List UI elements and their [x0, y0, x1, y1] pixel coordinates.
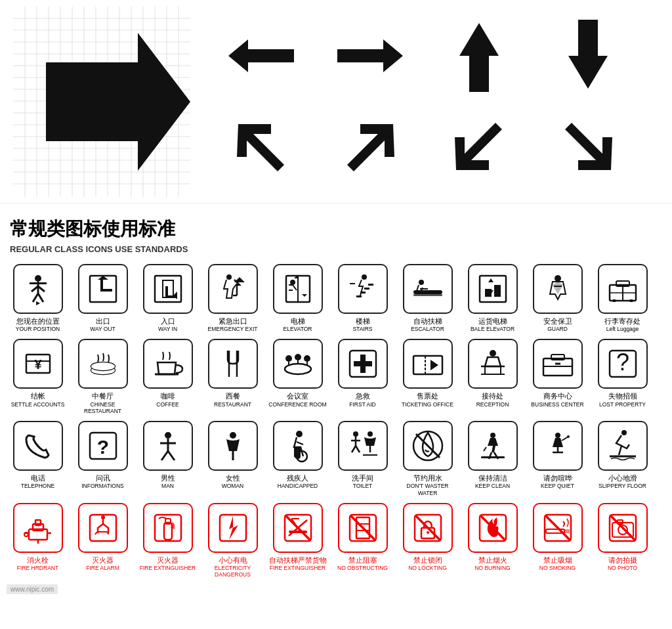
- icon-box-way-out: [78, 264, 128, 314]
- svg-rect-82: [612, 299, 616, 302]
- svg-point-58: [290, 280, 295, 285]
- icon-row-1: ▶ 您现在的位置 YOUR POSITION 出口 WAY OUT 入口: [0, 261, 672, 336]
- icon-restaurant: 西餐 RESTAURANT: [201, 339, 264, 414]
- svg-point-61: [362, 274, 367, 280]
- svg-point-38: [35, 275, 41, 282]
- watermark: www.nipic.com: [7, 584, 58, 594]
- icon-lost-property: ? 失物招领 LOST PROPERTY: [591, 339, 654, 414]
- icon-row-4: 消火栓 FIRE HRDRANT 灭火器 FIRE ALARM: [0, 500, 672, 582]
- icon-box-settle-accounts: ¥: [13, 339, 63, 389]
- svg-marker-29: [46, 33, 190, 171]
- icon-chinese-restaurant: 中餐厅 CHINESE RESTAURANT: [72, 339, 134, 414]
- svg-text:▶: ▶: [36, 300, 41, 306]
- icon-no-locking: 禁止锁闭 NO LOCKTING: [396, 503, 459, 578]
- svg-marker-60: [302, 294, 307, 297]
- icon-box-fire-extinguisher: [143, 503, 193, 553]
- icon-box-no-photo: [598, 503, 648, 553]
- icon-left-luggage: 行李寄存处 Left Luggage: [591, 264, 654, 332]
- top-section: [0, 0, 672, 204]
- icon-box-conference-room: [273, 339, 323, 389]
- icon-fire-extinguisher: 灭火器 FIRE EXTINGUISHER: [136, 503, 199, 578]
- svg-point-127: [296, 431, 303, 437]
- icon-guard: 安全保卫 GUARD: [526, 264, 589, 332]
- icon-box-no-goods-escalator: [273, 503, 323, 553]
- svg-rect-65: [356, 295, 362, 297]
- icon-box-restaurant: [208, 339, 258, 389]
- svg-point-130: [353, 431, 358, 437]
- svg-point-176: [427, 531, 429, 534]
- svg-rect-71: [480, 276, 506, 302]
- svg-point-146: [567, 435, 570, 438]
- icon-handicapped: 残疾人 HANDICAPPED: [266, 421, 329, 496]
- icon-box-informations: ?: [78, 421, 128, 471]
- svg-marker-162: [229, 516, 238, 540]
- icon-box-toilet: [338, 421, 388, 471]
- svg-point-125: [230, 432, 236, 439]
- icon-no-smoking: 禁止吸烟 NO SMOKING: [526, 503, 589, 578]
- icon-box-emergency-exit: [208, 264, 258, 314]
- icon-coffee: 咖啡 COFFEE: [136, 339, 199, 414]
- heading-en: REGULAR CLASS ICONS USE STANDARDS: [10, 244, 662, 254]
- icon-box-stairs: [338, 264, 388, 314]
- svg-point-90: [91, 362, 115, 370]
- svg-point-154: [24, 532, 28, 536]
- icon-box-electricity-dangerous: [208, 503, 258, 553]
- icon-box-dont-waste-water: [403, 421, 453, 471]
- icon-electricity-dangerous: 小心有电 ELECTRICITY DANGEROUS: [201, 503, 264, 578]
- icon-box-telephone: [13, 421, 63, 471]
- svg-rect-151: [35, 520, 41, 525]
- icon-box-keep-clean: [468, 421, 518, 471]
- icon-ticketing-office: 售票处 TICKETING OFFICE: [396, 339, 459, 414]
- icon-no-obstructing: 禁止阻塞 NO OBSTRUCTING: [331, 503, 394, 578]
- icon-box-guard: [533, 264, 583, 314]
- icon-telephone: 电话 TELEPHONE: [7, 421, 69, 496]
- svg-rect-141: [481, 456, 505, 458]
- svg-point-140: [490, 433, 495, 438]
- svg-line-133: [352, 446, 356, 452]
- icon-box-fire-alarm: [78, 503, 128, 553]
- svg-point-98: [304, 355, 310, 362]
- svg-rect-159: [164, 523, 172, 540]
- arrows-grid: [190, 7, 659, 196]
- icon-man: 男性 MAN: [136, 421, 199, 496]
- icon-box-first-aid: [338, 339, 388, 389]
- svg-text:?: ?: [96, 436, 108, 458]
- icon-box-lost-property: ?: [598, 339, 648, 389]
- svg-point-107: [490, 350, 496, 357]
- svg-point-96: [285, 355, 292, 362]
- icon-box-chinese-restaurant: [78, 339, 128, 389]
- icon-box-business-center: [533, 339, 583, 389]
- icon-elevator: 电梯 ELEVATOR: [266, 264, 329, 332]
- svg-line-123: [161, 451, 168, 460]
- icon-box-escalator: [403, 264, 453, 314]
- icon-box-ticketing-office: [403, 339, 453, 389]
- svg-point-135: [368, 431, 373, 437]
- svg-line-177: [416, 516, 440, 540]
- svg-point-147: [621, 430, 627, 435]
- svg-rect-182: [564, 529, 570, 533]
- icon-toilet: 洗手间 TOILET: [331, 421, 394, 496]
- svg-marker-34: [237, 124, 284, 171]
- icon-box-no-obstructing: [338, 503, 388, 553]
- icon-box-slippery-floor: [598, 421, 648, 471]
- svg-point-142: [555, 433, 560, 438]
- svg-point-157: [101, 515, 105, 519]
- icon-box-your-position: ▶: [13, 264, 63, 314]
- icon-box-handicapped: [273, 421, 323, 471]
- svg-line-173: [351, 516, 375, 540]
- icon-box-no-smoking: [533, 503, 583, 553]
- icon-box-bale-elevator: [468, 264, 518, 314]
- grid-arrow-container: [13, 7, 190, 197]
- icon-stairs: 楼梯 STAIRS: [331, 264, 394, 332]
- icon-box-coffee: [143, 339, 193, 389]
- arrow-right: [319, 33, 421, 79]
- svg-line-168: [286, 516, 310, 540]
- icon-conference-room: 会议室 CONFERENCE ROOM: [266, 339, 329, 414]
- svg-point-53: [226, 274, 232, 280]
- svg-marker-30: [228, 39, 294, 72]
- icon-box-left-luggage: [598, 264, 648, 314]
- svg-marker-33: [568, 20, 608, 89]
- svg-rect-62: [368, 284, 373, 286]
- svg-line-183: [546, 516, 570, 540]
- label-en-your-position: YOUR POSITION: [16, 326, 60, 332]
